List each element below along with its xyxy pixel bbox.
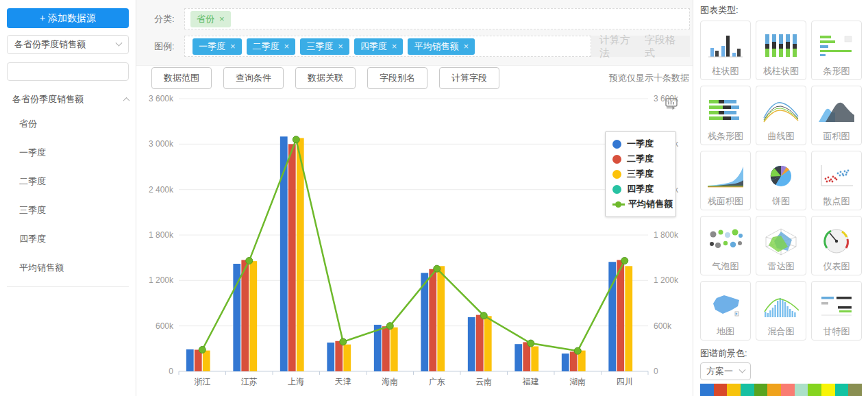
chart-type-card-column[interactable]: 柱状图 (700, 21, 751, 80)
line-point[interactable] (574, 347, 581, 354)
color-swatch[interactable] (848, 384, 862, 396)
save-image-icon[interactable] (664, 95, 679, 110)
add-datasource-button[interactable]: + 添加数据源 (7, 8, 129, 28)
field-item[interactable]: 二季度 (7, 167, 129, 196)
bar[interactable] (327, 343, 334, 371)
chart-preview-panel: 分类: 省份× 图例: 一季度×二季度×三季度×四季度×平均销售额× 计算方法 … (136, 0, 693, 396)
datasource-section-header[interactable]: 各省份季度销售额 (7, 93, 129, 106)
legend-drop-zone[interactable]: 一季度×二季度×三季度×四季度×平均销售额× (184, 36, 591, 57)
legend-tag[interactable]: 二季度× (247, 38, 296, 55)
chart-type-card-scatter[interactable]: 散点图 (811, 151, 862, 210)
color-swatch[interactable] (741, 384, 754, 396)
legend-item[interactable]: 四季度 (612, 182, 669, 197)
tag-close-icon[interactable]: × (392, 41, 397, 51)
bar[interactable] (249, 261, 257, 371)
color-swatch[interactable] (767, 384, 781, 396)
legend-item[interactable]: 三季度 (612, 166, 669, 182)
field-item[interactable]: 省份 (7, 110, 129, 138)
legend-item[interactable]: 二季度 (612, 151, 669, 166)
chart-type-card-map[interactable]: 地图 (700, 281, 751, 341)
bar[interactable] (562, 354, 569, 371)
field-item[interactable]: 四季度 (7, 225, 129, 253)
bar[interactable] (382, 326, 390, 371)
color-swatch[interactable] (808, 384, 821, 396)
color-swatch[interactable] (700, 384, 714, 396)
line-point[interactable] (340, 338, 347, 345)
legend-item[interactable]: 平均销售额 (612, 197, 669, 212)
chart-type-card-stacked-bar[interactable]: 栈条形图 (700, 86, 751, 145)
chart-type-card-mixed[interactable]: 混合图 (756, 281, 806, 341)
legend-item[interactable]: 一季度 (612, 136, 669, 151)
line-point[interactable] (528, 340, 534, 347)
legend-tag[interactable]: 三季度× (300, 38, 349, 55)
toolbar-button[interactable]: 数据范围 (151, 67, 212, 89)
bar[interactable] (514, 344, 522, 371)
line-point[interactable] (199, 346, 206, 353)
tag-close-icon[interactable]: × (230, 41, 236, 51)
line-point[interactable] (293, 136, 299, 143)
legend-tag[interactable]: 一季度× (193, 38, 242, 55)
chart-type-card-bar[interactable]: 条形图 (811, 21, 862, 80)
field-item[interactable]: 平均销售额 (7, 253, 129, 282)
datasource-select[interactable]: 各省份季度销售额 (7, 35, 129, 54)
bar[interactable] (531, 347, 538, 371)
chart-type-card-curve[interactable]: 曲线图 (756, 86, 806, 145)
color-swatch[interactable] (727, 384, 741, 396)
line-point[interactable] (246, 258, 253, 264)
bar[interactable] (241, 260, 249, 371)
chart-type-label: 曲线图 (768, 131, 795, 141)
color-swatch[interactable] (781, 384, 795, 396)
bar[interactable] (203, 351, 210, 371)
bar[interactable] (390, 327, 398, 371)
bar[interactable] (335, 341, 343, 371)
field-format-button[interactable]: 字段格式 (645, 34, 682, 60)
color-scheme-select[interactable]: 方案一 (700, 362, 751, 380)
color-swatch[interactable] (754, 384, 768, 396)
line-point[interactable] (621, 258, 628, 264)
color-swatch[interactable] (835, 384, 849, 396)
legend-tag[interactable]: 四季度× (354, 38, 404, 55)
tag-close-icon[interactable]: × (463, 41, 469, 51)
toolbar-button[interactable]: 数据关联 (295, 67, 356, 89)
area-chart (814, 90, 859, 131)
calc-method-button[interactable]: 计算方法 (599, 34, 636, 60)
bar[interactable] (476, 315, 484, 371)
color-swatch[interactable] (714, 384, 728, 396)
bar[interactable] (429, 269, 436, 371)
toolbar-button[interactable]: 字段别名 (367, 67, 427, 89)
bar[interactable] (288, 144, 296, 371)
search-input[interactable] (13, 66, 134, 77)
tag-close-icon[interactable]: × (219, 14, 225, 24)
tag-close-icon[interactable]: × (338, 41, 343, 51)
bar[interactable] (186, 349, 194, 371)
category-tag[interactable]: 省份× (190, 11, 231, 27)
field-item[interactable]: 一季度 (7, 138, 129, 167)
chart-type-card-gantt[interactable]: 甘特图 (811, 281, 862, 341)
chart-type-card-area[interactable]: 面积图 (811, 86, 862, 145)
color-swatch[interactable] (795, 384, 808, 396)
chart-type-card-stacked-column[interactable]: 栈柱状图 (756, 21, 806, 80)
field-item[interactable]: 三季度 (7, 196, 129, 225)
line-point[interactable] (386, 323, 393, 330)
chart-type-card-radar[interactable]: 雷达图 (756, 216, 806, 275)
chart-type-card-bubble[interactable]: 气泡图 (700, 216, 751, 275)
chart-type-card-pie[interactable]: 饼图 (756, 151, 806, 210)
color-swatch[interactable] (821, 384, 835, 396)
bar[interactable] (297, 138, 304, 371)
bar[interactable] (484, 316, 492, 371)
bar[interactable] (625, 266, 632, 371)
bar[interactable] (468, 317, 475, 371)
bar[interactable] (617, 260, 624, 371)
bar[interactable] (343, 345, 351, 371)
tag-close-icon[interactable]: × (284, 41, 290, 51)
bar[interactable] (570, 351, 578, 371)
line-point[interactable] (480, 312, 487, 319)
chart-type-card-stacked-area[interactable]: 栈面积图 (700, 151, 751, 210)
category-drop-zone[interactable]: 省份× (184, 8, 690, 29)
toolbar-button[interactable]: 查询条件 (223, 67, 284, 89)
chart-type-card-gauge[interactable]: 仪表图 (811, 216, 862, 275)
legend-tag[interactable]: 平均销售额× (408, 38, 475, 55)
line-point[interactable] (434, 265, 441, 272)
bar[interactable] (437, 266, 445, 371)
toolbar-button[interactable]: 计算字段 (439, 67, 499, 89)
